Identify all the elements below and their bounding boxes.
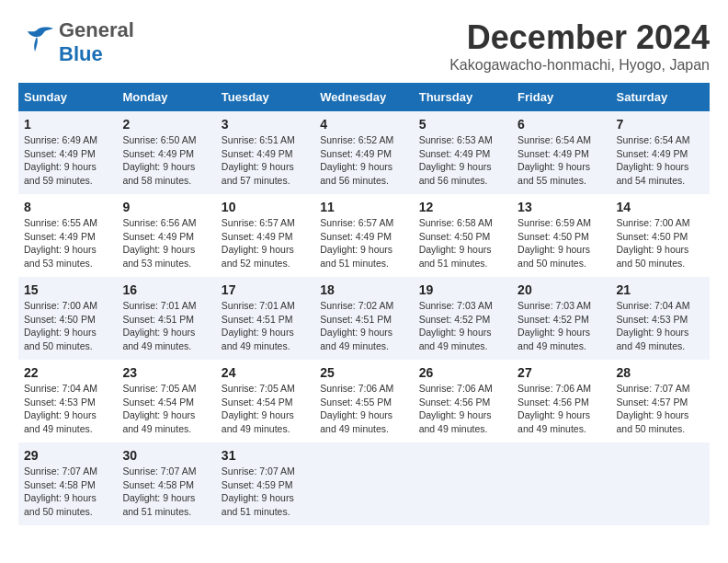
day-number: 11 (320, 200, 407, 214)
day-number: 25 (320, 365, 407, 380)
day-info: Sunrise: 6:54 AMSunset: 4:49 PMDaylight:… (617, 133, 704, 188)
day-cell-22: 22Sunrise: 7:04 AMSunset: 4:53 PMDayligh… (18, 360, 117, 442)
calendar-table: Sunday Monday Tuesday Wednesday Thursday… (18, 83, 710, 525)
calendar-week-row: 8Sunrise: 6:55 AMSunset: 4:49 PMDaylight… (18, 194, 710, 277)
header-wednesday: Wednesday (314, 83, 413, 111)
day-cell-10: 10Sunrise: 6:57 AMSunset: 4:49 PMDayligh… (216, 194, 314, 277)
day-cell-7: 7Sunrise: 6:54 AMSunset: 4:49 PMDaylight… (611, 111, 710, 194)
day-info: Sunrise: 7:07 AMSunset: 4:59 PMDaylight:… (222, 465, 309, 519)
calendar-header-row: Sunday Monday Tuesday Wednesday Thursday… (18, 83, 710, 111)
day-info: Sunrise: 7:01 AMSunset: 4:51 PMDaylight:… (122, 299, 210, 353)
day-info: Sunrise: 7:02 AMSunset: 4:51 PMDaylight:… (320, 299, 407, 353)
header-friday: Friday (512, 83, 610, 111)
day-info: Sunrise: 6:50 AMSunset: 4:49 PMDaylight:… (122, 133, 210, 188)
day-info: Sunrise: 6:58 AMSunset: 4:50 PMDaylight:… (419, 216, 506, 270)
day-info: Sunrise: 6:49 AMSunset: 4:49 PMDaylight:… (24, 133, 111, 188)
day-number: 28 (617, 365, 704, 380)
day-cell-23: 23Sunrise: 7:05 AMSunset: 4:54 PMDayligh… (117, 360, 215, 442)
day-cell-26: 26Sunrise: 7:06 AMSunset: 4:56 PMDayligh… (414, 360, 512, 442)
day-number: 22 (24, 365, 111, 380)
header-tuesday: Tuesday (216, 83, 314, 111)
day-cell-18: 18Sunrise: 7:02 AMSunset: 4:51 PMDayligh… (314, 277, 413, 360)
day-number: 24 (222, 365, 309, 380)
day-cell-1: 1Sunrise: 6:49 AMSunset: 4:49 PMDaylight… (18, 111, 117, 194)
day-info: Sunrise: 7:03 AMSunset: 4:52 PMDaylight:… (419, 299, 506, 353)
day-info: Sunrise: 7:00 AMSunset: 4:50 PMDaylight:… (24, 299, 111, 353)
day-number: 17 (222, 282, 309, 297)
day-cell-2: 2Sunrise: 6:50 AMSunset: 4:49 PMDaylight… (117, 111, 215, 194)
day-cell-21: 21Sunrise: 7:04 AMSunset: 4:53 PMDayligh… (611, 277, 710, 360)
day-number: 8 (24, 200, 111, 214)
day-number: 23 (122, 365, 210, 380)
day-cell-31: 31Sunrise: 7:07 AMSunset: 4:59 PMDayligh… (216, 442, 314, 525)
subtitle: Kakogawacho-honmachi, Hyogo, Japan (449, 57, 710, 74)
day-info: Sunrise: 6:54 AMSunset: 4:49 PMDaylight:… (518, 133, 605, 188)
day-cell-27: 27Sunrise: 7:06 AMSunset: 4:56 PMDayligh… (512, 360, 610, 442)
empty-cell (414, 442, 512, 525)
calendar-week-row: 22Sunrise: 7:04 AMSunset: 4:53 PMDayligh… (18, 360, 710, 442)
day-info: Sunrise: 7:06 AMSunset: 4:56 PMDaylight:… (518, 382, 605, 436)
day-number: 13 (518, 200, 605, 214)
header-sunday: Sunday (18, 83, 117, 111)
day-cell-16: 16Sunrise: 7:01 AMSunset: 4:51 PMDayligh… (117, 277, 215, 360)
day-info: Sunrise: 7:04 AMSunset: 4:53 PMDaylight:… (24, 382, 111, 436)
day-number: 31 (222, 448, 309, 463)
day-info: Sunrise: 7:01 AMSunset: 4:51 PMDaylight:… (222, 299, 309, 353)
day-number: 16 (122, 282, 210, 297)
day-info: Sunrise: 7:06 AMSunset: 4:56 PMDaylight:… (419, 382, 506, 436)
day-info: Sunrise: 6:52 AMSunset: 4:49 PMDaylight:… (320, 133, 407, 188)
calendar-week-row: 29Sunrise: 7:07 AMSunset: 4:58 PMDayligh… (18, 442, 710, 525)
logo-bird-icon (18, 26, 55, 59)
day-cell-5: 5Sunrise: 6:53 AMSunset: 4:49 PMDaylight… (414, 111, 512, 194)
day-number: 9 (122, 200, 210, 214)
day-info: Sunrise: 7:06 AMSunset: 4:55 PMDaylight:… (320, 382, 407, 436)
day-info: Sunrise: 7:00 AMSunset: 4:50 PMDaylight:… (617, 216, 704, 270)
header-thursday: Thursday (414, 83, 512, 111)
day-info: Sunrise: 6:59 AMSunset: 4:50 PMDaylight:… (518, 216, 605, 270)
logo-blue-text: Blue (59, 42, 103, 65)
day-info: Sunrise: 7:05 AMSunset: 4:54 PMDaylight:… (122, 382, 210, 436)
empty-cell (611, 442, 710, 525)
calendar-week-row: 15Sunrise: 7:00 AMSunset: 4:50 PMDayligh… (18, 277, 710, 360)
day-number: 26 (419, 365, 506, 380)
day-cell-24: 24Sunrise: 7:05 AMSunset: 4:54 PMDayligh… (216, 360, 314, 442)
day-number: 18 (320, 282, 407, 297)
day-cell-13: 13Sunrise: 6:59 AMSunset: 4:50 PMDayligh… (512, 194, 610, 277)
calendar-week-row: 1Sunrise: 6:49 AMSunset: 4:49 PMDaylight… (18, 111, 710, 194)
day-number: 14 (617, 200, 704, 214)
day-info: Sunrise: 6:56 AMSunset: 4:49 PMDaylight:… (122, 216, 210, 270)
day-number: 3 (222, 117, 309, 132)
day-number: 19 (419, 282, 506, 297)
day-number: 5 (419, 117, 506, 132)
day-number: 12 (419, 200, 506, 214)
day-info: Sunrise: 7:07 AMSunset: 4:58 PMDaylight:… (122, 465, 210, 519)
day-info: Sunrise: 6:57 AMSunset: 4:49 PMDaylight:… (222, 216, 309, 270)
day-number: 27 (518, 365, 605, 380)
day-number: 30 (122, 448, 210, 463)
day-number: 29 (24, 448, 111, 463)
page-header: General Blue December 2024 Kakogawacho-h… (18, 18, 710, 74)
day-info: Sunrise: 7:04 AMSunset: 4:53 PMDaylight:… (617, 299, 704, 353)
day-cell-25: 25Sunrise: 7:06 AMSunset: 4:55 PMDayligh… (314, 360, 413, 442)
logo-general-text: General (59, 18, 134, 41)
day-cell-20: 20Sunrise: 7:03 AMSunset: 4:52 PMDayligh… (512, 277, 610, 360)
day-cell-28: 28Sunrise: 7:07 AMSunset: 4:57 PMDayligh… (611, 360, 710, 442)
empty-cell (512, 442, 610, 525)
day-info: Sunrise: 6:57 AMSunset: 4:49 PMDaylight:… (320, 216, 407, 270)
day-info: Sunrise: 7:05 AMSunset: 4:54 PMDaylight:… (222, 382, 309, 436)
header-saturday: Saturday (611, 83, 710, 111)
day-info: Sunrise: 7:07 AMSunset: 4:58 PMDaylight:… (24, 465, 111, 519)
day-info: Sunrise: 6:51 AMSunset: 4:49 PMDaylight:… (222, 133, 309, 188)
day-number: 15 (24, 282, 111, 297)
day-cell-4: 4Sunrise: 6:52 AMSunset: 4:49 PMDaylight… (314, 111, 413, 194)
day-cell-29: 29Sunrise: 7:07 AMSunset: 4:58 PMDayligh… (18, 442, 117, 525)
empty-cell (314, 442, 413, 525)
day-number: 6 (518, 117, 605, 132)
day-cell-3: 3Sunrise: 6:51 AMSunset: 4:49 PMDaylight… (216, 111, 314, 194)
day-number: 20 (518, 282, 605, 297)
day-number: 7 (617, 117, 704, 132)
main-title: December 2024 (449, 18, 710, 57)
day-cell-17: 17Sunrise: 7:01 AMSunset: 4:51 PMDayligh… (216, 277, 314, 360)
day-cell-15: 15Sunrise: 7:00 AMSunset: 4:50 PMDayligh… (18, 277, 117, 360)
day-cell-8: 8Sunrise: 6:55 AMSunset: 4:49 PMDaylight… (18, 194, 117, 277)
